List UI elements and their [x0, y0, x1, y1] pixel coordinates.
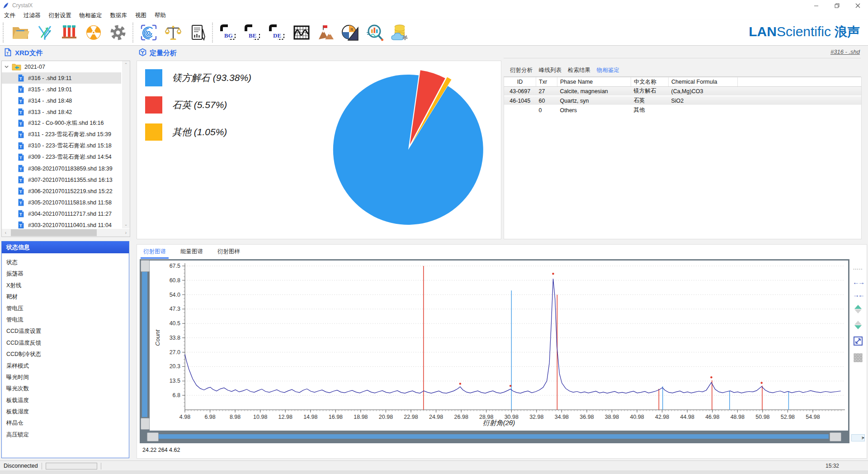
xrd-file-icon: T: [4, 48, 12, 58]
svg-text:T: T: [19, 99, 22, 104]
collapse-horizontal-icon[interactable]: →←: [853, 292, 863, 298]
file-row[interactable]: T#303-20210701110401.shd 11:04: [2, 219, 121, 228]
scrollbar-thumb[interactable]: [11, 229, 97, 236]
menu-文件[interactable]: 文件: [0, 11, 19, 20]
toolbar-separator: [132, 23, 134, 43]
file-row[interactable]: T#308-20210701183859.shd 18:39: [2, 163, 121, 174]
chart-frame: 6.813.520.327.033.840.547.354.060.867.54…: [140, 259, 849, 443]
vertical-zoom-handle-bottom[interactable]: [141, 418, 150, 430]
close-button[interactable]: [847, 0, 868, 11]
main-area: T XRD文件 2021-07T#316 - .shd 19:11T#315 -…: [0, 46, 868, 460]
file-row[interactable]: T#313 - .shd 18:42: [2, 106, 121, 118]
maximize-view-icon[interactable]: [853, 336, 863, 347]
window-title: CrystalX: [12, 2, 33, 9]
scroll-up-icon[interactable]: ⌃: [122, 61, 130, 69]
maximize-button[interactable]: [826, 0, 847, 11]
col-header[interactable]: Chemical Formula: [669, 77, 738, 87]
radiation-source-icon[interactable]: [81, 21, 106, 44]
svg-text:T: T: [19, 223, 22, 228]
vertical-zoom-handle-top[interactable]: [141, 260, 150, 272]
menu-数据库[interactable]: 数据库: [106, 11, 132, 20]
col-header[interactable]: ID: [504, 77, 536, 87]
tab-能量图谱[interactable]: 能量图谱: [179, 246, 205, 257]
region-bg-icon[interactable]: BG: [216, 21, 241, 44]
open-folder-icon[interactable]: [8, 21, 33, 44]
menu-视图[interactable]: 视图: [131, 11, 151, 20]
table-row[interactable]: 0Others其他: [504, 105, 861, 115]
status-info-header: 状态信息: [2, 242, 129, 253]
diffraction-plot[interactable]: 6.813.520.327.033.840.547.354.060.867.54…: [150, 261, 848, 431]
database-cloud-icon[interactable]: [387, 21, 411, 44]
brand-logo-cn: 浪声: [835, 25, 860, 39]
menu-衍射设置[interactable]: 衍射设置: [45, 11, 75, 20]
tab-物相鉴定[interactable]: 物相鉴定: [594, 65, 622, 78]
file-tree-vertical-scrollbar[interactable]: ⌃ ⌄: [122, 61, 130, 228]
file-label: #314 - .shd 18:48: [28, 98, 72, 104]
status-item-振荡器: 振荡器: [2, 268, 129, 280]
grid-spectrum-icon[interactable]: [289, 21, 314, 44]
filter-funnel-icon[interactable]: [33, 21, 57, 44]
file-row[interactable]: T#312 - Co-900-水垢.shd 16:16: [2, 118, 121, 129]
file-row[interactable]: T#315 - .shd 19:01: [2, 84, 121, 95]
file-row[interactable]: T#304-20210701112717.shd 11:27: [2, 208, 121, 219]
table-row[interactable]: 43-069727Calcite, magnesian镁方解石(Ca,Mg)CO…: [504, 87, 861, 96]
svg-text:47.3: 47.3: [170, 306, 180, 312]
menu-帮助[interactable]: 帮助: [151, 11, 170, 20]
col-header[interactable]: Phase Name: [557, 77, 631, 87]
fingerprint-scan-icon[interactable]: [137, 21, 161, 44]
expand-up-icon[interactable]: [854, 304, 862, 314]
tab-衍射图谱[interactable]: 衍射图谱: [142, 246, 168, 257]
tab-峰线列表[interactable]: 峰线列表: [536, 65, 564, 78]
chevron-down-icon[interactable]: [5, 64, 10, 70]
test-tubes-icon[interactable]: [57, 21, 81, 44]
file-tree-horizontal-scrollbar[interactable]: ‹ ›: [2, 229, 130, 237]
scroll-down-icon[interactable]: ⌄: [122, 221, 130, 228]
col-header[interactable]: 中文名称: [631, 77, 669, 87]
status-item-板载温度: 板载温度: [2, 395, 129, 406]
horizontal-zoom-handle-right[interactable]: [830, 432, 841, 441]
region-be-icon[interactable]: BE: [241, 21, 265, 44]
balance-scale-icon[interactable]: [161, 21, 185, 44]
peak-flag-icon[interactable]: [314, 21, 338, 44]
file-label: #309 - 223-雪花石膏岩.shd 14:54: [28, 153, 112, 161]
horizontal-zoom-slider[interactable]: [159, 434, 829, 439]
grip-dots-icon[interactable]: ·····: [853, 265, 863, 273]
file-row[interactable]: T#305-20210701115818.shd 11:58: [2, 197, 121, 208]
scroll-left-icon[interactable]: ‹: [2, 229, 9, 237]
file-row[interactable]: T#307-20210701161355.shd 16:13: [2, 174, 121, 185]
report-document-icon[interactable]: [185, 21, 210, 44]
scroll-right-icon[interactable]: ›: [122, 229, 130, 237]
file-row[interactable]: T#311 - 223-雪花石膏岩.shd 15:39: [2, 129, 121, 140]
region-de-icon[interactable]: DE: [265, 21, 289, 44]
file-row[interactable]: T#316 - .shd 19:11: [2, 72, 121, 84]
current-file-link[interactable]: #316 - .shd: [830, 48, 860, 55]
horizontal-zoom-handle-left[interactable]: [147, 432, 159, 441]
shd-file-icon: T: [17, 221, 25, 228]
tab-衍射图样[interactable]: 衍射图样: [216, 246, 242, 257]
shd-file-icon: T: [17, 119, 25, 127]
menu-过滤器[interactable]: 过滤器: [19, 11, 45, 20]
file-row[interactable]: T#314 - .shd 18:48: [2, 95, 121, 106]
search-analytics-icon[interactable]: [363, 21, 387, 44]
minimize-button[interactable]: [806, 0, 826, 11]
folder-row[interactable]: 2021-07: [2, 61, 121, 72]
tab-检索结果[interactable]: 检索结果: [565, 65, 593, 78]
file-row[interactable]: T#309 - 223-雪花石膏岩.shd 14:54: [2, 152, 121, 163]
col-header[interactable]: Txr: [536, 77, 557, 87]
grid-view-icon[interactable]: [854, 353, 863, 363]
expand-horizontal-icon[interactable]: ←→: [853, 279, 863, 285]
file-label: #306-20210701152219.shd 15:22: [28, 188, 113, 194]
toolbar-grip[interactable]: [3, 23, 6, 43]
page-spinner[interactable]: |▸: [851, 434, 865, 441]
tab-衍射分析[interactable]: 衍射分析: [507, 65, 535, 78]
expand-down-icon[interactable]: [854, 320, 862, 330]
app-icon: [3, 2, 9, 9]
menu-物相鉴定[interactable]: 物相鉴定: [75, 11, 106, 20]
table-row[interactable]: 46-104560Quartz, syn石英SiO2: [504, 96, 861, 105]
vertical-zoom-slider[interactable]: [142, 272, 147, 417]
statusbar-separator: [42, 463, 42, 469]
file-row[interactable]: T#306-20210701152219.shd 15:22: [2, 185, 121, 197]
pie-analysis-icon[interactable]: π: [338, 21, 363, 44]
file-row[interactable]: T#310 - 223-雪花石膏岩.shd 15:18: [2, 140, 121, 152]
settings-gear-icon[interactable]: [106, 21, 130, 44]
